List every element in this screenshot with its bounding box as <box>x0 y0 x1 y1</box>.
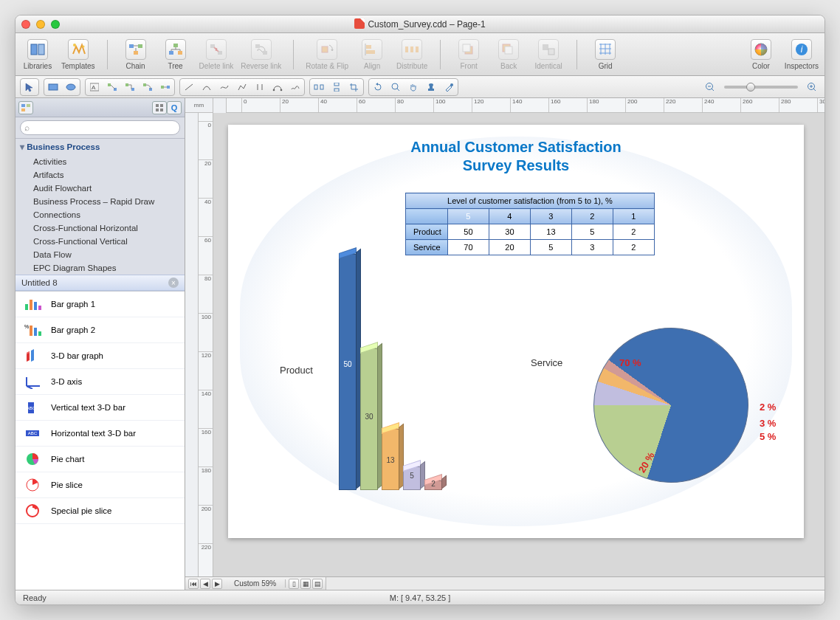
templates-button[interactable]: Templates <box>61 39 95 70</box>
distribute-button[interactable]: Distribute <box>396 39 428 70</box>
palette-item[interactable]: ABCVertical text 3-D bar <box>16 395 185 421</box>
page-tab[interactable]: Custom 59% <box>225 579 286 588</box>
palette-item[interactable]: ABCHorizontal text 3-D bar <box>16 421 185 447</box>
search-toggle-icon[interactable]: Q <box>167 101 182 114</box>
svg-point-3 <box>82 45 84 47</box>
svg-text:ABC: ABC <box>28 431 38 435</box>
cell: 30 <box>489 224 530 240</box>
view-mode-3[interactable]: ▤ <box>312 579 323 589</box>
back-button[interactable]: Back <box>492 39 525 70</box>
arc-tool[interactable] <box>199 80 215 94</box>
color-button[interactable]: Color <box>745 39 777 70</box>
palette-item[interactable]: Bar graph 1 <box>16 292 185 317</box>
hscrollbar[interactable] <box>326 577 824 590</box>
palette-item[interactable]: 3-D bar graph <box>16 343 185 369</box>
polyline-tool[interactable] <box>234 80 250 94</box>
tree-item[interactable]: Connections <box>16 208 185 221</box>
tree-item[interactable]: Activities <box>16 155 185 168</box>
library-tree: Business Process ActivitiesArtifactsAudi… <box>16 139 185 275</box>
palette-item[interactable]: Special pie slice <box>16 498 185 524</box>
palette-item[interactable]: 3-D axis <box>16 369 185 395</box>
horizontal-spacing-tool[interactable] <box>311 80 327 94</box>
palette-item[interactable]: Pie slice <box>16 472 185 498</box>
svg-rect-23 <box>505 46 512 54</box>
templates-icon <box>68 39 89 60</box>
palette-item[interactable]: Pie chart <box>16 447 185 472</box>
scribble-tool[interactable] <box>287 80 303 94</box>
libraries-button[interactable]: Libraries <box>21 39 54 70</box>
zoom-out-button[interactable] <box>702 80 718 94</box>
libraries-icon <box>27 39 48 60</box>
vline-tool[interactable] <box>252 80 268 94</box>
tool-toolbar: A <box>16 76 824 98</box>
refresh-tool[interactable] <box>370 80 386 94</box>
identical-button[interactable]: Identical <box>532 39 565 70</box>
front-button[interactable]: Front <box>452 39 485 70</box>
stamp-tool[interactable] <box>423 80 439 94</box>
svg-text:%: % <box>24 324 29 329</box>
bar: 30 <box>360 348 378 490</box>
grid-view-icon[interactable] <box>152 101 167 114</box>
align-button[interactable]: Align <box>356 39 388 70</box>
library-search-input[interactable] <box>20 120 180 135</box>
next-page-button[interactable]: ▶ <box>212 579 222 589</box>
grid-button[interactable]: Grid <box>589 39 622 70</box>
zoom-in-button[interactable] <box>804 80 820 94</box>
tree-item[interactable]: Artifacts <box>16 168 185 182</box>
tree-group-business-process[interactable]: Business Process <box>16 139 185 155</box>
line-tool[interactable] <box>181 80 197 94</box>
bezier-tool[interactable] <box>269 80 286 94</box>
prev-page-button[interactable]: ◀ <box>200 579 210 589</box>
pointer-tool[interactable] <box>21 80 38 94</box>
svg-rect-7 <box>173 44 178 47</box>
eyedropper-tool[interactable] <box>441 80 457 94</box>
connector-tool-1[interactable] <box>104 80 120 94</box>
vertical-spacing-tool[interactable] <box>328 80 345 94</box>
tree-button[interactable]: Tree <box>159 39 192 70</box>
tree-item[interactable]: Business Process – Rapid Draw <box>16 195 185 208</box>
tree-item[interactable]: Cross-Functional Horizontal <box>16 221 185 235</box>
bar: 50 <box>339 254 357 490</box>
close-window-button[interactable] <box>21 20 30 29</box>
svg-rect-13 <box>263 51 267 55</box>
close-icon[interactable]: × <box>168 278 179 288</box>
text-tool[interactable]: A <box>86 80 103 94</box>
rotate-flip-button[interactable]: Rotate & Flip <box>306 39 348 70</box>
zoom-tool[interactable] <box>388 80 404 94</box>
tree-item[interactable]: EPC Diagram Shapes <box>16 261 185 275</box>
view-mode-1[interactable]: ▯ <box>289 579 299 589</box>
pan-tool[interactable] <box>405 80 421 94</box>
reverse-link-button[interactable]: Reverse link <box>241 39 281 70</box>
col-header: 2 <box>571 209 613 224</box>
palette-label: Vertical text 3-D bar <box>51 403 125 412</box>
toolbar-label: Inspectors <box>785 62 819 70</box>
connector-tool-3[interactable] <box>140 80 156 94</box>
svg-rect-21 <box>463 44 470 52</box>
inspectors-button[interactable]: iInspectors <box>785 39 819 70</box>
connector-tool-2[interactable] <box>122 80 138 94</box>
connector-tool-4[interactable] <box>157 80 173 94</box>
zoom-window-button[interactable] <box>51 20 60 29</box>
zoom-slider[interactable] <box>724 86 798 89</box>
chain-button[interactable]: Chain <box>120 39 152 70</box>
rect-tool[interactable] <box>45 80 61 94</box>
view-mode-2[interactable]: ▦ <box>300 579 311 589</box>
svg-rect-57 <box>21 108 25 111</box>
tree-item[interactable]: Audit Flowchart <box>16 182 185 195</box>
toolbar-label: Libraries <box>24 62 52 70</box>
tree-item[interactable]: Data Flow <box>16 248 185 261</box>
align-icon <box>362 39 382 60</box>
crop-tool[interactable] <box>346 80 362 94</box>
back-icon <box>498 39 519 60</box>
user-library-header[interactable]: Untitled 8 × <box>16 275 185 291</box>
delete-link-button[interactable]: Delete link <box>199 39 234 70</box>
drawing-canvas[interactable]: Annual Customer SatisfactionSurvey Resul… <box>213 113 824 576</box>
palette-item[interactable]: %Bar graph 2 <box>16 317 185 343</box>
tree-item[interactable]: Cross-Functional Vertical <box>16 235 185 248</box>
curve-tool[interactable] <box>216 80 233 94</box>
ellipse-tool[interactable] <box>63 80 79 94</box>
shape-thumb-icon <box>23 296 44 312</box>
library-toggle-icon[interactable] <box>18 101 33 114</box>
minimize-window-button[interactable] <box>36 20 45 29</box>
first-page-button[interactable]: ⏮ <box>188 579 199 589</box>
